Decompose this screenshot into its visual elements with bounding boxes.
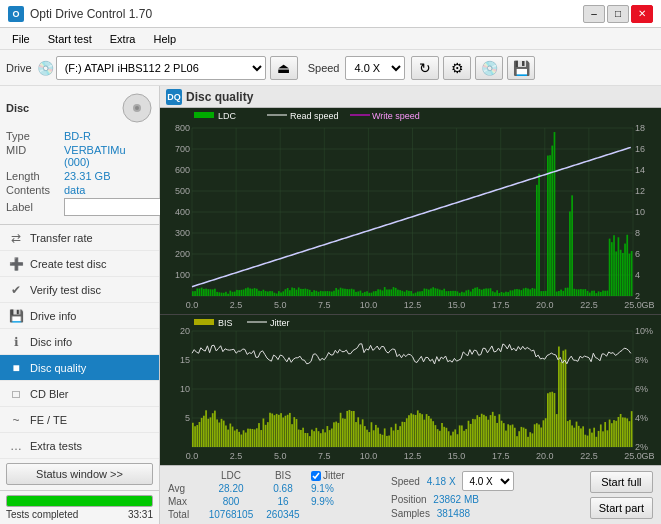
disc-title: Disc xyxy=(6,102,29,114)
disc-mid-field: MID VERBATIMu (000) xyxy=(6,144,153,168)
disc-label-row: Label ✎ xyxy=(6,198,153,216)
bis-avg: 0.68 xyxy=(259,483,307,494)
menu-file[interactable]: File xyxy=(4,31,38,47)
transfer-rate-icon: ⇄ xyxy=(8,231,24,245)
nav-transfer-rate[interactable]: ⇄ Transfer rate xyxy=(0,225,159,251)
type-label: Type xyxy=(6,130,64,142)
bis-header: BIS xyxy=(259,470,307,481)
nav-drive-info[interactable]: 💾 Drive info xyxy=(0,303,159,329)
max-label: Max xyxy=(168,496,203,507)
position-label: Position xyxy=(391,494,427,505)
disc-quality-title: Disc quality xyxy=(186,90,253,104)
drive-select[interactable]: (F:) ATAPI iHBS112 2 PL06 xyxy=(56,56,266,80)
disc-info-icon: ℹ xyxy=(8,335,24,349)
speed-stats: Speed 4.18 X 4.0 X Position 23862 MB Sam… xyxy=(391,471,514,519)
nav-disc-info[interactable]: ℹ Disc info xyxy=(0,329,159,355)
content-area: DQ Disc quality LDC BIS xyxy=(160,86,661,524)
progress-bar-fill xyxy=(7,496,152,506)
bottom-chart xyxy=(160,315,661,465)
ldc-avg: 28.20 xyxy=(207,483,255,494)
ldc-total: 10768105 xyxy=(207,509,255,520)
top-chart-canvas xyxy=(160,108,661,314)
verify-test-disc-icon: ✔ xyxy=(8,283,24,297)
mid-value: VERBATIMu (000) xyxy=(64,144,153,168)
disc-quality-icon: ■ xyxy=(8,361,24,375)
menu-start-test[interactable]: Start test xyxy=(40,31,100,47)
minimize-button[interactable]: – xyxy=(583,5,605,23)
settings-button[interactable]: ⚙ xyxy=(443,56,471,80)
nav-verify-test-disc[interactable]: ✔ Verify test disc xyxy=(0,277,159,303)
speed-stat-select[interactable]: 4.0 X xyxy=(462,471,514,491)
eject-button[interactable]: ⏏ xyxy=(270,56,298,80)
drive-icon: 💿 xyxy=(38,56,54,80)
position-value: 23862 MB xyxy=(433,494,479,505)
nav-cd-bler[interactable]: □ CD Bler xyxy=(0,381,159,407)
close-button[interactable]: ✕ xyxy=(631,5,653,23)
fe-te-icon: ~ xyxy=(8,413,24,427)
menu-extra[interactable]: Extra xyxy=(102,31,144,47)
nav-create-test-disc[interactable]: ➕ Create test disc xyxy=(0,251,159,277)
stats-table: LDC BIS Jitter Avg 28.20 0.68 9.1% Max 8… xyxy=(168,470,371,520)
sidebar: Disc Type BD-R MID VERBATIMu (000) Lengt… xyxy=(0,86,160,524)
extra-tests-icon: … xyxy=(8,439,24,453)
menu-bar: File Start test Extra Help xyxy=(0,28,661,50)
bis-max: 16 xyxy=(259,496,307,507)
total-label: Total xyxy=(168,509,203,520)
start-full-button[interactable]: Start full xyxy=(590,471,653,493)
jitter-max: 9.9% xyxy=(311,496,371,507)
jitter-header-row: Jitter xyxy=(311,470,371,481)
label-field-label: Label xyxy=(6,201,64,213)
speed-stat-label: Speed xyxy=(391,476,420,487)
contents-label: Contents xyxy=(6,184,64,196)
start-part-button[interactable]: Start part xyxy=(590,497,653,519)
stats-bar: LDC BIS Jitter Avg 28.20 0.68 9.1% Max 8… xyxy=(160,465,661,524)
menu-help[interactable]: Help xyxy=(145,31,184,47)
progress-section: Tests completed 33:31 xyxy=(0,490,159,524)
maximize-button[interactable]: □ xyxy=(607,5,629,23)
window-title: Opti Drive Control 1.70 xyxy=(30,7,152,21)
ldc-max: 800 xyxy=(207,496,255,507)
bis-total: 260345 xyxy=(259,509,307,520)
top-chart xyxy=(160,108,661,315)
refresh-button[interactable]: ↻ xyxy=(411,56,439,80)
nav-extra-tests[interactable]: … Extra tests xyxy=(0,433,159,459)
length-value: 23.31 GB xyxy=(64,170,110,182)
progress-status: Tests completed 33:31 xyxy=(6,509,153,520)
status-window-button[interactable]: Status window >> xyxy=(6,463,153,485)
jitter-header: Jitter xyxy=(323,470,345,481)
speed-select[interactable]: 4.0 X xyxy=(345,56,405,80)
app-icon: O xyxy=(8,6,24,22)
disc-length-field: Length 23.31 GB xyxy=(6,170,153,182)
speed-label: Speed xyxy=(308,62,340,74)
nav-disc-quality[interactable]: ■ Disc quality xyxy=(0,355,159,381)
toolbar: Drive 💿 (F:) ATAPI iHBS112 2 PL06 ⏏ Spee… xyxy=(0,50,661,86)
disc-type-field: Type BD-R xyxy=(6,130,153,142)
svg-point-2 xyxy=(135,106,139,110)
contents-value: data xyxy=(64,184,85,196)
save-button[interactable]: 💾 xyxy=(507,56,535,80)
disc-quality-header: DQ Disc quality xyxy=(160,86,661,108)
disc-button[interactable]: 💿 xyxy=(475,56,503,80)
nav-fe-te[interactable]: ~ FE / TE xyxy=(0,407,159,433)
status-text: Tests completed xyxy=(6,509,78,520)
mid-label: MID xyxy=(6,144,64,168)
drive-info-icon: 💾 xyxy=(8,309,24,323)
create-test-disc-icon: ➕ xyxy=(8,257,24,271)
start-buttons: Start full Start part xyxy=(590,471,653,519)
time-text: 33:31 xyxy=(128,509,153,520)
bottom-chart-canvas xyxy=(160,315,661,465)
samples-value: 381488 xyxy=(437,508,470,519)
drive-label: Drive xyxy=(6,62,32,74)
disc-contents-field: Contents data xyxy=(6,184,153,196)
cd-bler-icon: □ xyxy=(8,387,24,401)
type-value: BD-R xyxy=(64,130,91,142)
speed-stat-value: 4.18 X xyxy=(427,476,456,487)
disc-quality-header-icon: DQ xyxy=(166,89,182,105)
title-bar: O Opti Drive Control 1.70 – □ ✕ xyxy=(0,0,661,28)
charts-container xyxy=(160,108,661,465)
jitter-avg: 9.1% xyxy=(311,483,371,494)
length-label: Length xyxy=(6,170,64,182)
progress-bar-container xyxy=(6,495,153,507)
jitter-checkbox[interactable] xyxy=(311,471,321,481)
avg-label: Avg xyxy=(168,483,203,494)
